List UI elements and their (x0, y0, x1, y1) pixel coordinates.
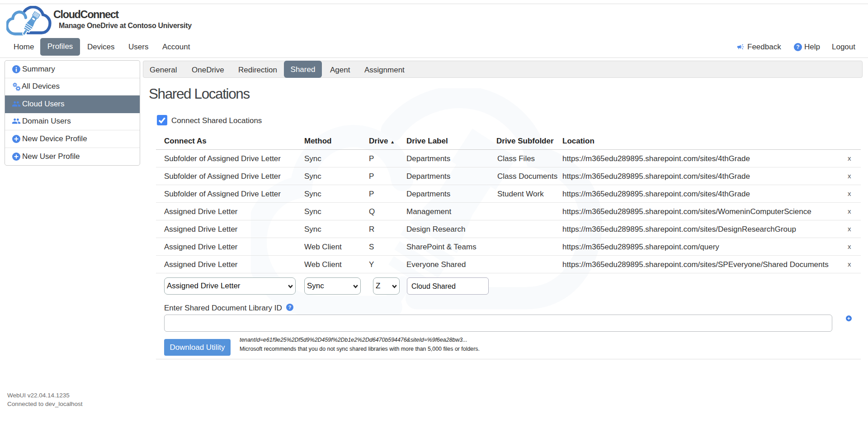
svg-text:?: ? (288, 305, 292, 310)
svg-text:?: ? (796, 44, 799, 50)
